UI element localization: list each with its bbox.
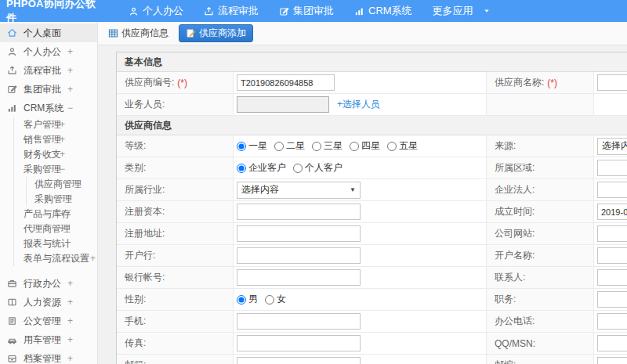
expand-toggle[interactable]: + [67, 80, 73, 99]
expand-toggle[interactable]: + [90, 253, 96, 264]
text-input[interactable] [237, 335, 361, 351]
text-input[interactable] [597, 269, 627, 286]
text-input[interactable] [237, 313, 361, 330]
choose-person-link[interactable]: +选择人员 [337, 98, 380, 111]
radio-input[interactable] [237, 142, 246, 151]
sidebar-item-12[interactable]: 产品与库存+ [0, 207, 97, 222]
text-input[interactable] [237, 357, 361, 364]
text-input[interactable] [597, 357, 627, 364]
radio-option[interactable]: 三星 [312, 139, 342, 153]
sidebar-item-label: 报表与统计 [24, 238, 71, 249]
sidebar-item-2[interactable]: 个人办公+ [0, 42, 97, 61]
user-icon [129, 6, 139, 16]
radio-input[interactable] [265, 295, 274, 305]
radio-option[interactable]: 二星 [274, 139, 305, 153]
expand-toggle[interactable]: + [67, 312, 73, 330]
text-input[interactable] [597, 313, 627, 330]
sidebar-item-18[interactable]: 公文管理+ [0, 312, 97, 330]
radio-input[interactable] [237, 164, 246, 173]
sidebar-item-19[interactable]: 用车管理+ [0, 330, 97, 349]
sidebar-item-7[interactable]: 销售管理+ [0, 132, 97, 147]
text-input[interactable] [237, 269, 361, 286]
sidebar-item-11[interactable]: 采购管理 [0, 192, 97, 207]
expand-toggle[interactable]: + [60, 207, 65, 222]
select-dropdown[interactable]: 选择内容▼ [597, 138, 627, 155]
sidebar-item-20[interactable]: 档案管理+ [0, 349, 97, 364]
radio-input[interactable] [293, 164, 303, 173]
sidebar-item-label: 采购管理 [24, 164, 61, 175]
topnav-item-1[interactable]: 个人办公 [118, 0, 194, 22]
text-input[interactable] [237, 204, 361, 220]
select-dropdown[interactable]: 选择内容▼ [237, 182, 361, 199]
expand-toggle[interactable]: + [60, 117, 65, 132]
expand-toggle[interactable]: + [67, 293, 73, 312]
radio-option[interactable]: 五星 [387, 139, 418, 153]
expand-toggle[interactable]: − [60, 162, 65, 177]
sidebar-item-8[interactable]: 财务收支+ [0, 147, 97, 162]
form-row: 传真:QQ/MSN: [117, 333, 627, 355]
topnav-item-3[interactable]: 集团审批 [269, 0, 344, 22]
text-input[interactable] [597, 204, 627, 220]
expand-toggle[interactable]: + [67, 349, 73, 364]
text-input[interactable] [237, 96, 329, 113]
sidebar-item-15[interactable]: 表单与流程设置+ [0, 251, 97, 266]
topnav-item-4[interactable]: CRM系统 [344, 0, 422, 22]
text-input[interactable] [237, 74, 335, 91]
expand-toggle[interactable]: − [67, 99, 73, 117]
label-text: 传真: [125, 337, 146, 350]
expand-toggle[interactable]: + [67, 330, 73, 349]
sidebar-item-17[interactable]: 人力资源+ [0, 293, 97, 312]
sidebar-item-14[interactable]: 报表与统计 [0, 236, 97, 251]
sidebar-item-10[interactable]: 供应商管理 [0, 177, 97, 192]
radio-option[interactable]: 男 [237, 293, 258, 306]
radio-input[interactable] [274, 142, 284, 151]
radio-input[interactable] [350, 142, 359, 151]
field-value [234, 311, 487, 332]
radio-option[interactable]: 女 [265, 293, 286, 306]
radio-input[interactable] [387, 142, 397, 151]
sidebar-item-6[interactable]: 客户管理+ [0, 117, 97, 132]
radio-option[interactable]: 个人客户 [293, 161, 342, 175]
field-value: +选择人员 [234, 94, 487, 115]
sidebar-item-9[interactable]: 采购管理− [0, 162, 97, 177]
text-input[interactable] [597, 335, 627, 351]
sidebar-item-1[interactable]: 个人桌面 [0, 23, 97, 42]
radio-input[interactable] [312, 142, 321, 151]
text-input[interactable] [597, 74, 627, 91]
text-input[interactable] [597, 247, 627, 264]
sidebar-item-13[interactable]: 代理商管理+ [0, 222, 97, 236]
text-input[interactable] [597, 291, 627, 308]
field-label: 职务: [487, 289, 594, 310]
topnav-item-2[interactable]: 流程审批 [194, 0, 269, 22]
text-input[interactable] [597, 182, 627, 198]
label-text: 开户行: [125, 249, 155, 262]
add-doc-icon [186, 28, 196, 38]
text-input[interactable] [597, 160, 627, 176]
topnav-item-5[interactable]: 更多应用 [422, 0, 501, 22]
sidebar-item-label: 供应商管理 [34, 178, 82, 189]
radio-option[interactable]: 企业客户 [237, 161, 286, 175]
field-value [594, 311, 627, 332]
text-input[interactable] [237, 247, 361, 264]
field-label: 供应商名称:(*) [487, 72, 594, 93]
tab-2-active[interactable]: 供应商添加 [179, 24, 253, 42]
radio-option[interactable]: 一星 [237, 139, 267, 153]
radio-input[interactable] [237, 295, 246, 305]
label-text: 供应商编号: [125, 76, 174, 89]
expand-toggle[interactable]: + [67, 274, 73, 293]
tab-1[interactable]: 供应商信息 [104, 24, 172, 42]
radio-label: 三星 [324, 139, 342, 153]
sidebar-item-5[interactable]: CRM系统− [0, 99, 97, 117]
content-area: 基本信息供应商编号:(*)供应商名称:(*)业务人员:+选择人员供应商信息等级:… [98, 46, 627, 364]
expand-toggle[interactable]: + [67, 42, 73, 61]
expand-toggle[interactable]: + [60, 132, 65, 147]
expand-toggle[interactable]: + [60, 147, 65, 162]
sidebar-item-4[interactable]: 集团审批+ [0, 80, 97, 99]
radio-option[interactable]: 四星 [350, 139, 380, 153]
expand-toggle[interactable]: + [67, 61, 73, 80]
sidebar-item-3[interactable]: 流程审批+ [0, 61, 97, 80]
expand-toggle[interactable]: + [60, 222, 65, 236]
text-input[interactable] [237, 225, 361, 242]
text-input[interactable] [597, 225, 627, 242]
sidebar-item-16[interactable]: 行政办公+ [0, 274, 97, 293]
